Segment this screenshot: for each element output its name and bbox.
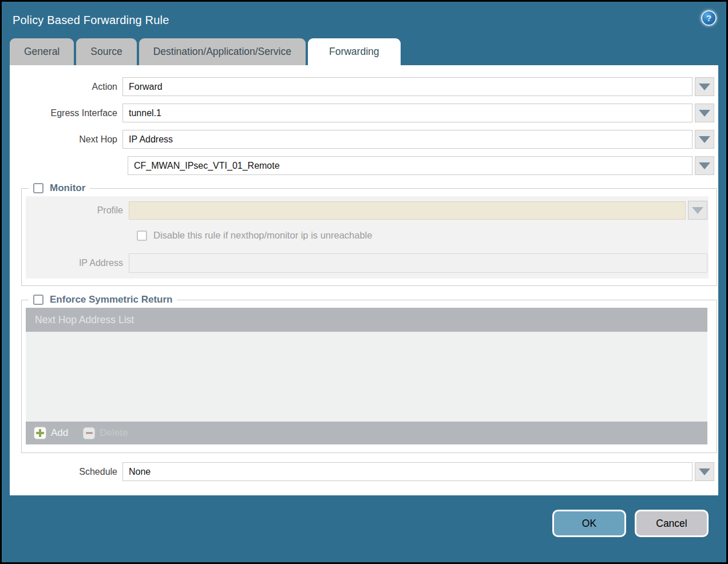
- schedule-select[interactable]: None: [122, 462, 693, 481]
- action-label: Action: [10, 82, 122, 92]
- monitor-fieldset: Monitor Profile Disable this rule if nex…: [21, 182, 717, 286]
- minus-icon: [83, 427, 95, 439]
- disable-rule-row: Disable this rule if nexthop/monitor ip …: [137, 230, 709, 241]
- next-hop-row: Next Hop IP Address: [10, 130, 718, 149]
- plus-icon: [34, 427, 46, 439]
- policy-based-forwarding-dialog: Policy Based Forwarding Rule ? General S…: [0, 0, 728, 564]
- profile-select: [129, 201, 686, 220]
- enforce-symmetric-return-legend: Enforce Symmetric Return: [29, 294, 177, 305]
- next-hop-address-list-toolbar: Add Delete: [26, 422, 707, 444]
- forwarding-tab-panel: Action Forward Egress Interface tunnel.1…: [10, 65, 718, 495]
- monitor-legend: Monitor: [29, 182, 90, 194]
- monitor-ip-address-input: [129, 253, 707, 273]
- profile-label: Profile: [26, 205, 129, 216]
- delete-button-label: Delete: [100, 427, 128, 439]
- chevron-down-icon: [699, 468, 710, 475]
- tab-source[interactable]: Source: [76, 38, 136, 65]
- disable-rule-label: Disable this rule if nexthop/monitor ip …: [153, 230, 372, 241]
- profile-row: Profile: [26, 201, 709, 220]
- monitor-ip-address-label: IP Address: [26, 258, 129, 268]
- dialog-titlebar: Policy Based Forwarding Rule: [2, 2, 726, 38]
- next-hop-address-select[interactable]: CF_MWAN_IPsec_VTI_01_Remote: [128, 156, 693, 175]
- monitor-panel: Profile Disable this rule if nexthop/mon…: [26, 196, 709, 279]
- disable-rule-checkbox: [137, 231, 147, 241]
- action-row: Action Forward: [10, 77, 718, 96]
- schedule-label: Schedule: [10, 467, 122, 477]
- schedule-row: Schedule None: [10, 462, 718, 481]
- tab-general[interactable]: General: [10, 38, 74, 65]
- egress-interface-select[interactable]: tunnel.1: [122, 104, 693, 122]
- next-hop-type-select[interactable]: IP Address: [122, 130, 693, 149]
- enforce-symmetric-return-checkbox[interactable]: [33, 295, 43, 305]
- monitor-ip-address-row: IP Address: [26, 253, 709, 273]
- enforce-symmetric-return-fieldset: Enforce Symmetric Return Next Hop Addres…: [21, 294, 717, 453]
- chevron-down-icon: [699, 162, 710, 169]
- egress-interface-label: Egress Interface: [10, 108, 122, 118]
- enforce-symmetric-return-label: Enforce Symmetric Return: [50, 294, 172, 305]
- help-icon[interactable]: ?: [701, 10, 717, 26]
- monitor-checkbox[interactable]: [33, 183, 43, 193]
- next-hop-type-dropdown-button[interactable]: [695, 130, 714, 149]
- tab-destination-application-service[interactable]: Destination/Application/Service: [139, 38, 306, 65]
- monitor-label: Monitor: [50, 182, 85, 194]
- chevron-down-icon: [692, 207, 703, 214]
- chevron-down-icon: [699, 110, 710, 117]
- schedule-dropdown-button[interactable]: [695, 462, 714, 481]
- chevron-down-icon: [699, 136, 710, 143]
- tab-forwarding[interactable]: Forwarding: [308, 38, 401, 65]
- delete-button: Delete: [83, 427, 128, 439]
- action-select[interactable]: Forward: [122, 77, 693, 96]
- chevron-down-icon: [699, 84, 710, 90]
- next-hop-address-row: CF_MWAN_IPsec_VTI_01_Remote: [10, 156, 718, 175]
- next-hop-address-list-header: Next Hop Address List: [26, 308, 707, 332]
- dialog-title: Policy Based Forwarding Rule: [13, 14, 169, 27]
- dialog-footer: OK Cancel: [2, 510, 709, 537]
- tab-bar: General Source Destination/Application/S…: [10, 38, 726, 65]
- add-button[interactable]: Add: [34, 427, 68, 439]
- ok-button[interactable]: OK: [552, 510, 626, 537]
- cancel-button[interactable]: Cancel: [635, 510, 709, 537]
- egress-interface-row: Egress Interface tunnel.1: [10, 104, 718, 122]
- next-hop-address-list-body[interactable]: [26, 332, 707, 422]
- action-dropdown-button[interactable]: [695, 77, 714, 96]
- next-hop-address-dropdown-button[interactable]: [695, 156, 714, 175]
- profile-dropdown-button: [688, 201, 707, 220]
- next-hop-label: Next Hop: [10, 134, 122, 145]
- next-hop-address-list-table: Next Hop Address List Add Delete: [26, 308, 707, 444]
- add-button-label: Add: [51, 427, 68, 439]
- egress-interface-dropdown-button[interactable]: [695, 104, 714, 122]
